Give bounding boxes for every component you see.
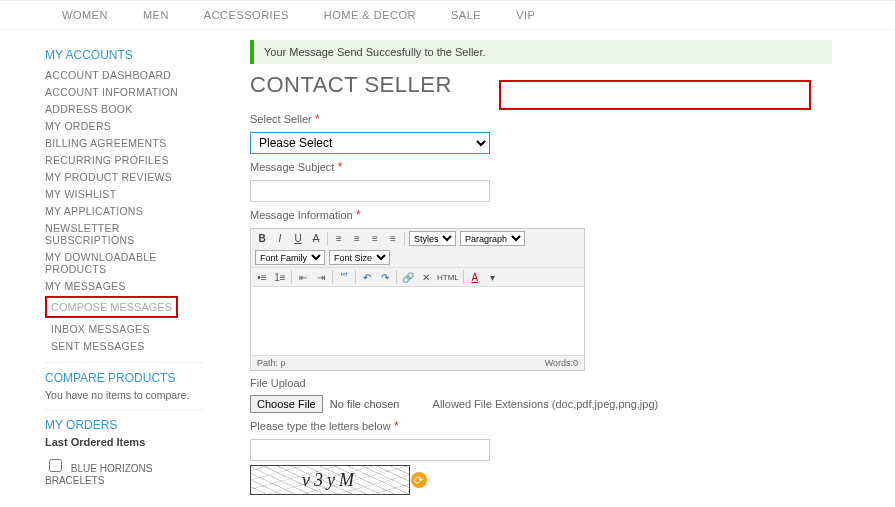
order-item-checkbox[interactable] xyxy=(49,459,62,472)
captcha-refresh-icon[interactable]: ⟳ xyxy=(411,472,427,488)
main-content: Your Message Send Succesfully to the Sel… xyxy=(215,40,895,507)
sidebar-item-downloadable[interactable]: MY DOWNLOADABLE PRODUCTS xyxy=(45,248,203,277)
nav-vip[interactable]: VIP xyxy=(516,9,535,21)
align-center-icon[interactable]: ≡ xyxy=(350,232,364,246)
outdent-icon[interactable]: ⇤ xyxy=(296,270,310,284)
align-justify-icon[interactable]: ≡ xyxy=(386,232,400,246)
link-icon[interactable]: 🔗 xyxy=(401,270,415,284)
compare-title: COMPARE PRODUCTS xyxy=(45,371,203,385)
underline-icon[interactable]: U xyxy=(291,232,305,246)
choose-file-button[interactable]: Choose File xyxy=(250,395,323,413)
sidebar-item-wishlist[interactable]: MY WISHLIST xyxy=(45,185,203,202)
required-icon: * xyxy=(394,419,399,433)
sidebar-item-newsletter[interactable]: NEWSLETTER SUBSCRIPTIONS xyxy=(45,219,203,248)
sidebar: MY ACCOUNTS ACCOUNT DASHBOARD ACCOUNT IN… xyxy=(0,40,215,507)
message-subject-label: Message Subject xyxy=(250,161,334,173)
dropdown-icon[interactable]: ▾ xyxy=(486,270,500,284)
letters-label: Please type the letters below xyxy=(250,420,391,432)
unlink-icon[interactable]: ✕ xyxy=(419,270,433,284)
message-subject-input[interactable] xyxy=(250,180,490,202)
nav-men[interactable]: MEN xyxy=(143,9,169,21)
strike-icon[interactable]: A xyxy=(309,232,323,246)
select-seller-label: Select Seller xyxy=(250,113,312,125)
rich-text-editor: B I U A ≡ ≡ ≡ ≡ Styles Paragraph Font Fa… xyxy=(250,228,585,371)
order-item: BLUE HORIZONS BRACELETS xyxy=(45,452,203,490)
sidebar-item-sent[interactable]: SENT MESSAGES xyxy=(45,337,203,354)
select-seller-dropdown[interactable]: Please Select xyxy=(250,132,490,154)
sidebar-item-my-orders[interactable]: MY ORDERS xyxy=(45,117,203,134)
font-family-select[interactable]: Font Family xyxy=(255,250,325,265)
paragraph-select[interactable]: Paragraph xyxy=(460,231,525,246)
message-info-label: Message Information xyxy=(250,209,353,221)
sidebar-item-account-info[interactable]: ACCOUNT INFORMATION xyxy=(45,83,203,100)
align-right-icon[interactable]: ≡ xyxy=(368,232,382,246)
quote-icon[interactable]: “” xyxy=(337,270,351,284)
align-left-icon[interactable]: ≡ xyxy=(332,232,346,246)
file-upload-label: File Upload xyxy=(250,377,306,389)
sidebar-title: MY ACCOUNTS xyxy=(45,48,203,62)
ul-icon[interactable]: •≡ xyxy=(255,270,269,284)
sidebar-item-inbox[interactable]: INBOX MESSAGES xyxy=(45,320,203,337)
sidebar-item-billing[interactable]: BILLING AGREEMENTS xyxy=(45,134,203,151)
required-icon: * xyxy=(356,208,361,222)
sidebar-item-address-book[interactable]: ADDRESS BOOK xyxy=(45,100,203,117)
nav-women[interactable]: WOMEN xyxy=(62,9,108,21)
editor-body[interactable] xyxy=(251,287,584,355)
compare-empty-note: You have no items to compare. xyxy=(45,389,203,401)
captcha-input[interactable] xyxy=(250,439,490,461)
indent-icon[interactable]: ⇥ xyxy=(314,270,328,284)
ol-icon[interactable]: 1≡ xyxy=(273,270,287,284)
editor-status-bar: Path: p Words:0 xyxy=(251,355,584,370)
required-icon: * xyxy=(338,160,343,174)
redo-icon[interactable]: ↷ xyxy=(378,270,392,284)
sidebar-item-my-messages[interactable]: MY MESSAGES xyxy=(45,277,203,294)
sidebar-item-dashboard[interactable]: ACCOUNT DASHBOARD xyxy=(45,66,203,83)
nav-sale[interactable]: SALE xyxy=(451,9,481,21)
nav-accessories[interactable]: ACCESSORIES xyxy=(204,9,289,21)
required-icon: * xyxy=(315,112,320,126)
sidebar-item-applications[interactable]: MY APPLICATIONS xyxy=(45,202,203,219)
bold-icon[interactable]: B xyxy=(255,232,269,246)
nav-home-decor[interactable]: HOME & DECOR xyxy=(324,9,416,21)
last-ordered-heading: Last Ordered Items xyxy=(45,436,203,448)
undo-icon[interactable]: ↶ xyxy=(360,270,374,284)
editor-word-count: Words:0 xyxy=(545,358,578,368)
success-message: Your Message Send Succesfully to the Sel… xyxy=(250,40,832,64)
top-nav: WOMEN MEN ACCESSORIES HOME & DECOR SALE … xyxy=(0,0,895,30)
my-orders-title: MY ORDERS xyxy=(45,418,203,432)
allowed-extensions: Allowed File Extensions (doc,pdf,jpeg,pn… xyxy=(433,398,659,410)
captcha-image: v3yM ⟳ xyxy=(250,465,410,495)
editor-toolbar-2: •≡ 1≡ ⇤ ⇥ “” ↶ ↷ 🔗 ✕ HTML A ▾ xyxy=(251,268,584,287)
no-file-chosen: No file chosen xyxy=(330,398,400,410)
styles-select[interactable]: Styles xyxy=(409,231,456,246)
editor-toolbar-1: B I U A ≡ ≡ ≡ ≡ Styles Paragraph Font Fa… xyxy=(251,229,584,268)
sidebar-item-reviews[interactable]: MY PRODUCT REVIEWS xyxy=(45,168,203,185)
page-title: CONTACT SELLER xyxy=(250,72,855,98)
text-color-icon[interactable]: A xyxy=(468,270,482,284)
html-button[interactable]: HTML xyxy=(437,270,459,284)
font-size-select[interactable]: Font Size xyxy=(329,250,390,265)
editor-path: Path: p xyxy=(257,358,286,368)
sidebar-item-compose-messages[interactable]: COMPOSE MESSAGES xyxy=(45,296,178,318)
italic-icon[interactable]: I xyxy=(273,232,287,246)
sidebar-item-recurring[interactable]: RECURRING PROFILES xyxy=(45,151,203,168)
